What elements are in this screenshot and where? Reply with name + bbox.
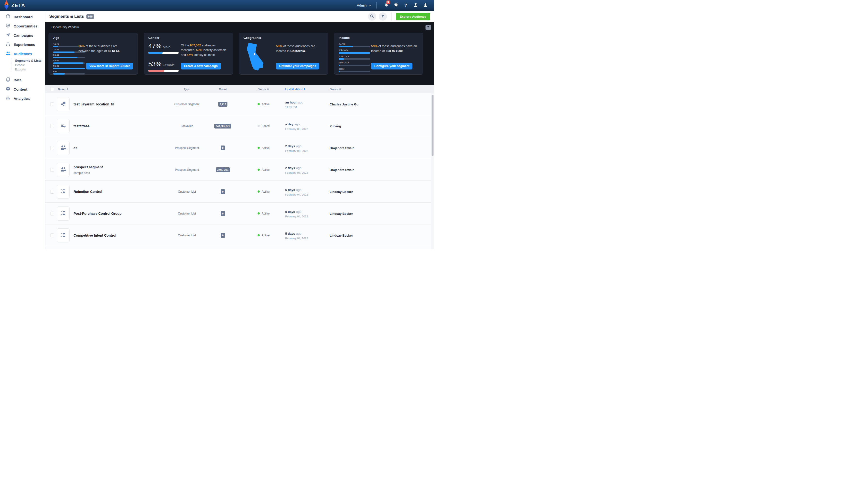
configure-segment-button[interactable]: Configure your segment bbox=[371, 63, 412, 69]
age-card: Age 18-24 25-34 35-44 45-54 55-64 65+ 26… bbox=[49, 33, 138, 75]
column-header-count[interactable]: Count bbox=[205, 88, 241, 91]
segment-name[interactable]: Post-Purchase Control Group bbox=[73, 212, 149, 215]
female-bar-fill bbox=[148, 70, 164, 72]
admin-user-button[interactable] bbox=[411, 1, 420, 10]
segment-description: sample desc bbox=[73, 171, 149, 174]
sidebar-item-label: Campaigns bbox=[14, 33, 33, 37]
row-checkbox[interactable] bbox=[50, 146, 54, 150]
admin-menu[interactable]: Admin bbox=[357, 3, 371, 7]
owner-cell: Lindsay Becker bbox=[330, 190, 353, 193]
opportunity-window: Opportunity Window Age 18-24 25-34 35-44… bbox=[45, 22, 434, 85]
filter-button[interactable] bbox=[379, 12, 387, 21]
arrow-up-icon bbox=[427, 26, 430, 29]
age-bar-fill bbox=[53, 57, 78, 58]
scrollbar-thumb[interactable] bbox=[432, 95, 434, 156]
income-bar-fill bbox=[339, 65, 340, 66]
status-dot bbox=[258, 234, 260, 236]
sidebar-item-experiences[interactable]: Experiences bbox=[0, 40, 45, 49]
segments-table: Name Type Count Status Last Modified Own… bbox=[45, 85, 434, 249]
report-builder-button[interactable]: View more in Report Builder bbox=[86, 63, 133, 69]
sidebar-item-label: Opportunities bbox=[14, 24, 37, 28]
search-button[interactable] bbox=[368, 12, 376, 21]
filter-funnel-icon bbox=[381, 14, 385, 19]
status-cell: Active bbox=[258, 234, 270, 237]
top-navbar: ZETA Admin 3 ? bbox=[0, 0, 434, 11]
sidebar-item-audiences[interactable]: Audiences bbox=[0, 49, 45, 58]
zeta-logo[interactable]: ZETA bbox=[4, 0, 25, 11]
segment-icon-tile bbox=[57, 185, 70, 199]
table-row[interactable]: test_jayaram_location_fil Customer Segme… bbox=[45, 93, 434, 115]
create-campaign-button[interactable]: Create a new campaign bbox=[181, 63, 221, 69]
status-cell: Active bbox=[258, 212, 270, 215]
help-button[interactable]: ? bbox=[402, 1, 410, 10]
table-row[interactable]: Retention Control Customer List 0 Active… bbox=[45, 181, 434, 202]
sidebar-item-opportunities[interactable]: Opportunities bbox=[0, 22, 45, 30]
bar-chart-icon bbox=[5, 95, 11, 101]
income-card-title: Income bbox=[339, 36, 419, 40]
people-icon bbox=[60, 144, 67, 152]
row-checkbox[interactable] bbox=[50, 234, 54, 237]
settings-button[interactable] bbox=[392, 1, 400, 10]
collapse-panel-button[interactable] bbox=[425, 25, 431, 30]
subnav-item-segments-lists[interactable]: Segments & Lists bbox=[15, 58, 45, 63]
table-row[interactable]: prospect segment sample desc Prospect Se… bbox=[45, 159, 434, 181]
sidebar-item-label: Content bbox=[14, 87, 27, 91]
row-checkbox[interactable] bbox=[50, 168, 54, 172]
income-bar-fill bbox=[339, 52, 370, 54]
chevron-down-icon bbox=[368, 3, 371, 7]
explore-audience-button[interactable]: Explore Audience bbox=[396, 13, 430, 21]
count-badge: 0 bbox=[221, 145, 225, 150]
sidebar-item-label: Audiences bbox=[14, 52, 32, 56]
segment-name[interactable]: prospect segment bbox=[73, 165, 149, 169]
list-add-icon bbox=[60, 122, 67, 130]
last-modified-cell: 5 days ago February 04, 2022 bbox=[285, 231, 308, 239]
status-dot bbox=[258, 147, 260, 149]
male-stat: 47%Male bbox=[148, 43, 180, 54]
column-header-status[interactable]: Status bbox=[258, 88, 269, 91]
segment-name[interactable]: Competitive Intent Control bbox=[73, 234, 149, 237]
header-divider bbox=[391, 12, 392, 21]
table-row[interactable]: Competitive Intent Control Customer List… bbox=[45, 224, 434, 246]
sidebar-item-campaigns[interactable]: Campaigns bbox=[0, 30, 45, 40]
row-checkbox[interactable] bbox=[50, 212, 54, 215]
row-checkbox[interactable] bbox=[50, 102, 54, 106]
age-bar-label: 45-54 bbox=[53, 59, 85, 62]
row-checkbox[interactable] bbox=[50, 190, 54, 194]
sidebar-item-dashboard[interactable]: Dashboard bbox=[0, 12, 45, 22]
select-all-checkbox[interactable] bbox=[50, 87, 54, 91]
count-badge: 0 bbox=[221, 233, 225, 238]
notifications-button[interactable]: 3 bbox=[382, 1, 391, 10]
segment-name[interactable]: test_jayaram_location_fil bbox=[73, 102, 149, 106]
cube-icon bbox=[5, 86, 11, 92]
sidebar-item-label: Data bbox=[14, 78, 22, 82]
subnav-item-exports[interactable]: Exports bbox=[15, 67, 45, 71]
segment-name[interactable]: testett444 bbox=[73, 124, 149, 128]
column-header-name[interactable]: Name bbox=[58, 88, 68, 91]
brand-text: ZETA bbox=[11, 3, 25, 8]
table-row[interactable]: Post-Purchase Control Group Customer Lis… bbox=[45, 202, 434, 224]
list-icon bbox=[60, 210, 67, 217]
optimize-campaigns-button[interactable]: Optimize your campaigns bbox=[276, 63, 319, 69]
sidebar-item-content[interactable]: Content bbox=[0, 84, 45, 94]
sidebar-item-label: Experiences bbox=[14, 42, 35, 47]
subnav-item-people[interactable]: People bbox=[15, 63, 45, 67]
flow-icon bbox=[5, 41, 11, 47]
segment-name[interactable]: as bbox=[73, 146, 149, 150]
status-cell: Active bbox=[258, 190, 270, 193]
star-icon: ★ bbox=[253, 52, 256, 56]
sidebar-item-analytics[interactable]: Analytics bbox=[0, 94, 45, 103]
table-row[interactable]: testett444 Lookalike 349,305,671 Failed … bbox=[45, 115, 434, 137]
table-row[interactable]: as Prospect Segment 0 Active 2 days ago … bbox=[45, 137, 434, 159]
count-badge: 0 bbox=[221, 189, 225, 194]
status-label: Failed bbox=[262, 124, 270, 128]
owner-cell: Lindsay Becker bbox=[330, 234, 353, 237]
row-checkbox[interactable] bbox=[50, 124, 54, 128]
segment-name[interactable]: Retention Control bbox=[73, 190, 149, 194]
sidebar-item-data[interactable]: Data bbox=[0, 75, 45, 84]
column-header-last-modified[interactable]: Last Modified bbox=[285, 88, 306, 91]
user-profile-button[interactable] bbox=[421, 1, 430, 10]
geographic-card-title: Geographic bbox=[243, 36, 324, 40]
page-header: Segments & Lists 949 Explore Audience bbox=[45, 11, 434, 22]
column-header-owner[interactable]: Owner bbox=[330, 88, 341, 91]
status-cell: Active bbox=[258, 146, 270, 150]
